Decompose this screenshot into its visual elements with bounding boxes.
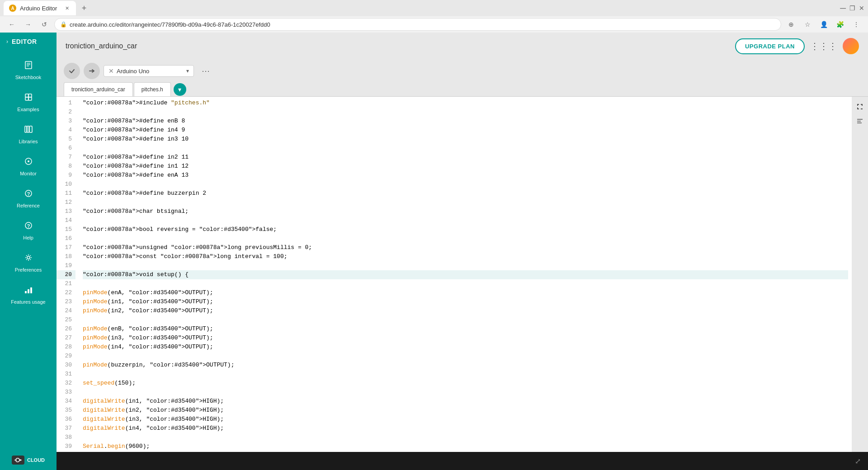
- tab-close-btn[interactable]: ✕: [63, 5, 71, 12]
- svg-rect-4: [25, 94, 28, 97]
- fullscreen-btn[interactable]: [854, 100, 866, 113]
- code-line: pinMode(in4, "color:#d35400">OUTPUT);: [83, 343, 848, 352]
- board-remove-icon[interactable]: ✕: [108, 67, 114, 75]
- new-tab-btn[interactable]: +: [78, 2, 90, 14]
- examples-icon: [24, 93, 33, 104]
- upload-button[interactable]: [84, 63, 100, 79]
- line-number: 35: [57, 406, 75, 415]
- extensions-btn[interactable]: 🧩: [834, 18, 846, 31]
- menu-btn[interactable]: ⋮: [850, 18, 863, 31]
- code-line: "color:#00878a">#define in3 10: [83, 135, 848, 144]
- profile-btn[interactable]: 👤: [817, 18, 830, 31]
- code-line: [83, 279, 848, 288]
- more-options-button[interactable]: ⋯: [198, 63, 214, 79]
- code-line: digitalWrite(in2, "color:#d35400">HIGH);: [83, 406, 848, 415]
- svg-rect-9: [27, 126, 29, 132]
- format-btn[interactable]: [854, 115, 866, 127]
- sidebar-item-features[interactable]: Features usage: [0, 279, 57, 311]
- sidebar-item-examples[interactable]: Examples: [0, 86, 57, 118]
- line-number: 38: [57, 433, 75, 442]
- sidebar-item-monitor[interactable]: Monitor: [0, 150, 57, 183]
- line-number: 4: [57, 126, 75, 135]
- line-number: 32: [57, 379, 75, 388]
- back-btn[interactable]: ←: [5, 18, 18, 31]
- cloud-text: CLOUD: [27, 457, 45, 463]
- code-line: set_speed(150);: [83, 379, 848, 388]
- code-line: "color:#00878a">char btsignal;: [83, 207, 848, 216]
- header-actions: UPGRADE PLAN ⋮⋮⋮: [735, 38, 859, 54]
- grid-icon[interactable]: ⋮⋮⋮: [810, 41, 837, 52]
- restore-btn[interactable]: ❐: [849, 5, 855, 12]
- tab-bar: A Arduino Editor ✕ + ─ ❐ ✕: [0, 0, 868, 16]
- line-number: 31: [57, 370, 75, 379]
- sidebar-item-help[interactable]: ? Help: [0, 215, 57, 247]
- code-line: pinMode(enA, "color:#d35400">OUTPUT);: [83, 288, 848, 297]
- line-number: 7: [57, 153, 75, 162]
- tab-main-file[interactable]: troniction_arduino_car: [64, 82, 133, 96]
- arduino-cloud-logo: CLOUD: [12, 456, 45, 465]
- svg-rect-20: [30, 287, 32, 293]
- sidebar-item-features-label: Features usage: [11, 299, 45, 305]
- line-number: 25: [57, 315, 75, 324]
- code-line: pinMode(in1, "color:#d35400">OUTPUT);: [83, 297, 848, 306]
- tab-main-file-label: troniction_arduino_car: [71, 86, 125, 93]
- tab-dropdown-btn[interactable]: ▾: [174, 83, 186, 96]
- line-number: 13: [57, 207, 75, 216]
- sidebar-header[interactable]: › EDITOR: [0, 33, 57, 51]
- browser-tab-active[interactable]: A Arduino Editor ✕: [4, 1, 76, 15]
- code-line: [83, 216, 848, 225]
- minimize-btn[interactable]: ─: [840, 4, 846, 13]
- svg-rect-10: [29, 126, 32, 132]
- code-line: "color:#00878a">bool reversing = "color:…: [83, 225, 848, 234]
- code-line: "color:#00878a">#define in4 9: [83, 126, 848, 135]
- line-number: 11: [57, 189, 75, 198]
- upgrade-plan-button[interactable]: UPGRADE PLAN: [735, 38, 805, 54]
- address-bar[interactable]: 🔒 create.arduino.cc/editor/rangeintec/77…: [54, 18, 781, 31]
- code-line: "color:#00878a">unsigned "color:#00878a"…: [83, 243, 848, 252]
- arduino-logo-icon: [12, 456, 24, 465]
- verify-button[interactable]: [64, 63, 80, 79]
- cast-btn[interactable]: ⊕: [785, 18, 797, 31]
- code-line: [83, 315, 848, 324]
- sidebar-item-libraries-label: Libraries: [19, 139, 38, 144]
- line-number: 3: [57, 117, 75, 126]
- line-numbers: 1234567891011121314151617181920212223242…: [57, 97, 79, 452]
- board-selector[interactable]: ✕ Arduino Uno ▾: [104, 65, 194, 77]
- tab-favicon: A: [9, 5, 16, 12]
- sidebar-chevron-icon: ›: [6, 38, 8, 45]
- bookmark-btn[interactable]: ☆: [801, 18, 814, 31]
- lock-icon: 🔒: [60, 21, 67, 28]
- line-number: 17: [57, 243, 75, 252]
- sidebar-item-preferences-label: Preferences: [15, 267, 42, 273]
- sidebar-item-libraries[interactable]: Libraries: [0, 118, 57, 150]
- code-line: "color:#00878a">#define buzzerpin 2: [83, 189, 848, 198]
- line-number: 39: [57, 442, 75, 451]
- code-line: "color:#00878a">const "color:#00878a">lo…: [83, 252, 848, 261]
- sidebar-title: EDITOR: [12, 38, 37, 45]
- line-number: 19: [57, 261, 75, 270]
- code-line: "color:#00878a">#define enB 8: [83, 117, 848, 126]
- sidebar-nav: Sketchbook Examples Libraries Monitor: [0, 54, 57, 311]
- line-number: 23: [57, 297, 75, 306]
- libraries-icon: [24, 125, 33, 136]
- tab-pitches[interactable]: pitches.h: [134, 82, 171, 96]
- line-number: 14: [57, 216, 75, 225]
- line-number: 30: [57, 361, 75, 370]
- sidebar-item-reference[interactable]: ? Reference: [0, 183, 57, 215]
- close-btn[interactable]: ✕: [859, 5, 864, 12]
- sidebar-item-examples-label: Examples: [17, 107, 39, 112]
- sidebar-item-sketchbook[interactable]: Sketchbook: [0, 54, 57, 86]
- code-line: pinMode(buzzerpin, "color:#d35400">OUTPU…: [83, 361, 848, 370]
- bottom-bar: ⤢: [57, 452, 868, 470]
- refresh-btn[interactable]: ↺: [38, 18, 51, 31]
- code-line: pinMode(in3, "color:#d35400">OUTPUT);: [83, 334, 848, 343]
- user-avatar[interactable]: [843, 38, 859, 54]
- sidebar-item-preferences[interactable]: Preferences: [0, 247, 57, 279]
- expand-icon[interactable]: ⤢: [855, 457, 861, 465]
- code-content[interactable]: "color:#00878a">#include "pitches.h" "co…: [79, 97, 852, 452]
- forward-btn[interactable]: →: [22, 18, 34, 31]
- line-number: 20: [57, 270, 75, 279]
- svg-rect-8: [25, 126, 27, 132]
- line-number: 1: [57, 99, 75, 108]
- tab-title: Arduino Editor: [20, 5, 57, 12]
